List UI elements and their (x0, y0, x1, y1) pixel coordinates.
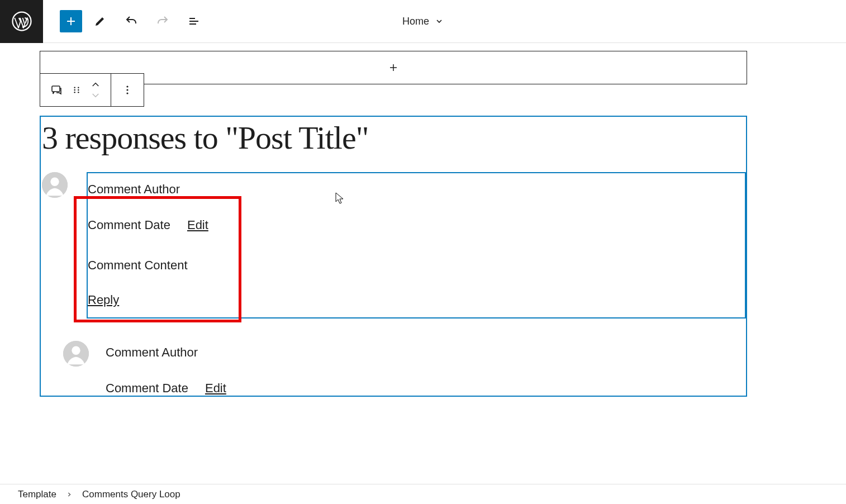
avatar[interactable] (42, 172, 68, 198)
comment-body-selected[interactable]: Comment Author Comment Date Edit Comment… (87, 172, 746, 318)
avatar[interactable] (63, 341, 89, 367)
page-title-label: Home (402, 16, 429, 27)
redo-button (149, 8, 176, 35)
block-options-button[interactable] (116, 74, 139, 106)
breadcrumb: Template Comments Query Loop (0, 484, 846, 504)
list-view-icon (187, 15, 201, 28)
document-title[interactable]: Home (402, 16, 444, 27)
plus-icon (387, 61, 400, 74)
toolbar-left-group (43, 8, 207, 35)
chevron-down-icon (435, 17, 444, 26)
undo-icon (125, 15, 138, 28)
insert-block-bar[interactable] (40, 51, 747, 84)
comment-body[interactable]: Comment Author Comment Date Edit (106, 341, 746, 396)
drag-handle[interactable] (68, 74, 85, 106)
svg-point-2 (74, 87, 75, 89)
svg-point-6 (74, 92, 75, 93)
svg-point-9 (126, 89, 128, 91)
comment-meta-row: Comment Date Edit (88, 201, 739, 232)
avatar-placeholder-icon (42, 172, 68, 198)
svg-point-3 (78, 87, 79, 89)
chevron-up-icon (91, 81, 101, 88)
comment-row: Comment Author Comment Date Edit (41, 341, 746, 396)
comments-loop-icon (50, 83, 63, 97)
wordpress-logo[interactable] (0, 0, 43, 43)
comments-query-loop-block[interactable]: 3 responses to "Post Title" Comment Auth… (40, 116, 747, 397)
comment-author-label[interactable]: Comment Author (88, 178, 739, 201)
comment-row: Comment Author Comment Date Edit Comment… (41, 172, 746, 318)
top-toolbar: Home (0, 0, 846, 43)
block-toolbar (40, 73, 144, 107)
comments-title[interactable]: 3 responses to "Post Title" (41, 117, 746, 172)
more-vertical-icon (121, 83, 134, 97)
block-toolbar-group-2 (111, 74, 144, 106)
svg-point-10 (126, 92, 128, 94)
comment-content-label[interactable]: Comment Content (88, 232, 739, 273)
comment-date-label[interactable]: Comment Date (88, 218, 170, 232)
breadcrumb-current[interactable]: Comments Query Loop (82, 489, 180, 500)
undo-button[interactable] (118, 8, 145, 35)
editor-canvas: 3 responses to "Post Title" Comment Auth… (0, 43, 846, 484)
breadcrumb-root[interactable]: Template (18, 489, 56, 500)
comment-date-label[interactable]: Comment Date (106, 381, 188, 396)
redo-icon (156, 15, 169, 28)
move-down-button (91, 90, 101, 101)
drag-icon (71, 84, 82, 96)
chevron-down-icon (91, 92, 101, 99)
chevron-right-icon (66, 492, 72, 497)
edit-link[interactable]: Edit (205, 381, 226, 396)
svg-point-5 (78, 89, 79, 91)
reply-link[interactable]: Reply (88, 273, 739, 312)
svg-point-14 (72, 346, 80, 355)
plus-icon (64, 15, 78, 28)
svg-point-4 (74, 89, 75, 91)
comment-author-label[interactable]: Comment Author (106, 341, 746, 364)
block-toolbar-group-1 (40, 74, 111, 106)
edit-tool-button[interactable] (87, 8, 113, 35)
move-up-button[interactable] (91, 79, 101, 90)
svg-point-12 (50, 178, 59, 186)
add-block-button[interactable] (60, 10, 82, 32)
svg-point-8 (126, 85, 128, 87)
wordpress-icon (12, 11, 32, 31)
pencil-icon (93, 15, 107, 28)
comment-meta-row: Comment Date Edit (106, 364, 746, 396)
avatar-placeholder-icon (63, 341, 89, 367)
block-movers (85, 74, 106, 106)
svg-rect-1 (52, 86, 60, 92)
block-type-button[interactable] (45, 74, 68, 106)
list-view-button[interactable] (180, 8, 207, 35)
breadcrumb-separator (66, 490, 72, 499)
edit-link[interactable]: Edit (187, 218, 208, 232)
svg-point-7 (78, 92, 79, 93)
